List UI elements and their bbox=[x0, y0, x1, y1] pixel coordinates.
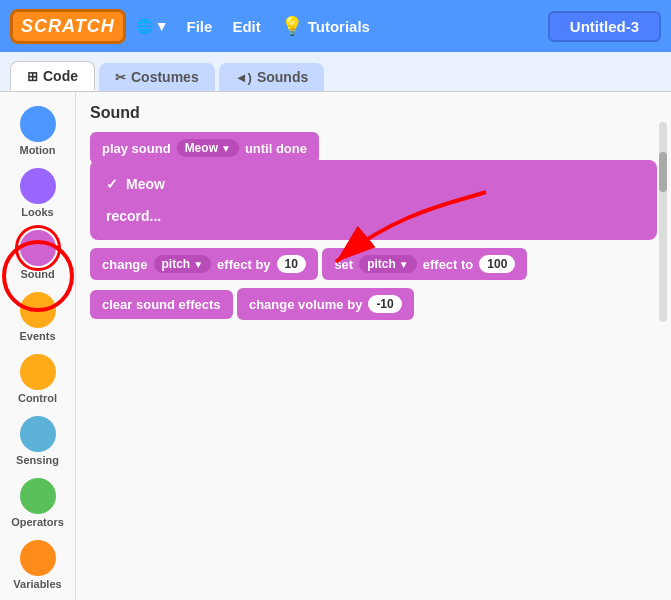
sidebar-item-sound[interactable]: Sound bbox=[0, 226, 75, 284]
sound-dropdown-trigger[interactable]: Meow ▼ bbox=[177, 139, 239, 157]
blocks-container: play sound Meow ▼ until done ✓ Meow reco… bbox=[90, 132, 657, 328]
scratch-logo[interactable]: SCRATCH bbox=[10, 9, 126, 44]
sidebar-label-variables: Variables bbox=[13, 578, 61, 590]
change-volume-block[interactable]: change volume by -10 bbox=[237, 288, 414, 320]
sidebar-label-events: Events bbox=[19, 330, 55, 342]
tab-code-label: Code bbox=[43, 68, 78, 84]
globe-button[interactable]: 🌐 ▼ bbox=[136, 18, 169, 34]
tutorials-label: Tutorials bbox=[308, 18, 370, 35]
pitch-arrow2-icon: ▼ bbox=[399, 259, 409, 270]
sounds-tab-icon: ◄) bbox=[235, 70, 252, 85]
sidebar-item-looks[interactable]: Looks bbox=[0, 164, 75, 222]
sound-dropdown-label: Meow bbox=[185, 141, 218, 155]
sidebar-item-control[interactable]: Control bbox=[0, 350, 75, 408]
dropdown-arrow-icon: ▼ bbox=[221, 143, 231, 154]
pitch-arrow1-icon: ▼ bbox=[193, 259, 203, 270]
costumes-tab-icon: ✂ bbox=[115, 70, 126, 85]
sidebar-label-control: Control bbox=[18, 392, 57, 404]
sidebar-label-looks: Looks bbox=[21, 206, 53, 218]
header: SCRATCH 🌐 ▼ File Edit 💡 Tutorials Untitl… bbox=[0, 0, 671, 52]
change-label: change bbox=[102, 257, 148, 272]
section-title: Sound bbox=[90, 104, 657, 122]
sidebar-label-operators: Operators bbox=[11, 516, 64, 528]
clear-sound-block[interactable]: clear sound effects bbox=[90, 290, 233, 319]
set-pitch-block[interactable]: set pitch ▼ effect to 100 bbox=[322, 248, 527, 280]
pitch-dropdown1[interactable]: pitch ▼ bbox=[154, 255, 212, 273]
looks-dot bbox=[20, 168, 56, 204]
bulb-icon: 💡 bbox=[281, 15, 303, 37]
effect-to-label: effect to bbox=[423, 257, 474, 272]
sensing-dot bbox=[20, 416, 56, 452]
sidebar: Motion Looks Sound Events Control Sensin… bbox=[0, 92, 76, 600]
set-label: set bbox=[334, 257, 353, 272]
sidebar-item-motion[interactable]: Motion bbox=[0, 102, 75, 160]
dropdown-item-record[interactable]: record... bbox=[90, 200, 657, 232]
volume-input[interactable]: -10 bbox=[368, 295, 401, 313]
sidebar-item-operators[interactable]: Operators bbox=[0, 474, 75, 532]
tab-costumes-label: Costumes bbox=[131, 69, 199, 85]
scrollbar-track bbox=[659, 122, 667, 322]
motion-dot bbox=[20, 106, 56, 142]
pitch-label1: pitch bbox=[162, 257, 191, 271]
checkmark-icon: ✓ bbox=[106, 176, 118, 192]
globe-icon: 🌐 bbox=[136, 18, 153, 34]
events-dot bbox=[20, 292, 56, 328]
globe-arrow-icon: ▼ bbox=[155, 18, 169, 34]
pitch-effect-input[interactable]: 100 bbox=[479, 255, 515, 273]
content-area: Sound play sound Meow ▼ until done ✓ Meo… bbox=[76, 92, 671, 600]
tab-sounds-label: Sounds bbox=[257, 69, 308, 85]
change-pitch-block[interactable]: change pitch ▼ effect by 10 bbox=[90, 248, 318, 280]
sound-dropdown-menu: ✓ Meow record... bbox=[90, 160, 657, 240]
effect-by-label: effect by bbox=[217, 257, 270, 272]
pitch-value-input[interactable]: 10 bbox=[277, 255, 306, 273]
code-tab-icon: ⊞ bbox=[27, 69, 38, 84]
dropdown-meow-label: Meow bbox=[126, 176, 165, 192]
tutorials-button[interactable]: 💡 Tutorials bbox=[273, 11, 378, 41]
edit-menu[interactable]: Edit bbox=[224, 14, 268, 39]
sidebar-label-motion: Motion bbox=[19, 144, 55, 156]
variables-dot bbox=[20, 540, 56, 576]
scrollbar-thumb[interactable] bbox=[659, 152, 667, 192]
change-volume-label: change volume by bbox=[249, 297, 362, 312]
sidebar-item-sensing[interactable]: Sensing bbox=[0, 412, 75, 470]
dropdown-item-meow[interactable]: ✓ Meow bbox=[90, 168, 657, 200]
sound-dot bbox=[20, 230, 56, 266]
operators-dot bbox=[20, 478, 56, 514]
header-nav: File Edit 💡 Tutorials bbox=[179, 11, 378, 41]
clear-sound-label: clear sound effects bbox=[102, 297, 221, 312]
tab-costumes[interactable]: ✂ Costumes bbox=[99, 63, 215, 91]
tab-sounds[interactable]: ◄) Sounds bbox=[219, 63, 325, 91]
sidebar-item-variables[interactable]: Variables bbox=[0, 536, 75, 594]
project-title[interactable]: Untitled-3 bbox=[548, 11, 661, 42]
sidebar-label-sound: Sound bbox=[20, 268, 54, 280]
sidebar-item-events[interactable]: Events bbox=[0, 288, 75, 346]
play-sound-prefix: play sound bbox=[102, 141, 171, 156]
pitch-label2: pitch bbox=[367, 257, 396, 271]
record-label: record... bbox=[106, 208, 161, 224]
main-layout: Motion Looks Sound Events Control Sensin… bbox=[0, 92, 671, 600]
tabs-bar: ⊞ Code ✂ Costumes ◄) Sounds bbox=[0, 52, 671, 92]
sidebar-label-sensing: Sensing bbox=[16, 454, 59, 466]
play-sound-suffix: until done bbox=[245, 141, 307, 156]
tab-code[interactable]: ⊞ Code bbox=[10, 61, 95, 91]
pitch-dropdown2[interactable]: pitch ▼ bbox=[359, 255, 417, 273]
file-menu[interactable]: File bbox=[179, 14, 221, 39]
control-dot bbox=[20, 354, 56, 390]
